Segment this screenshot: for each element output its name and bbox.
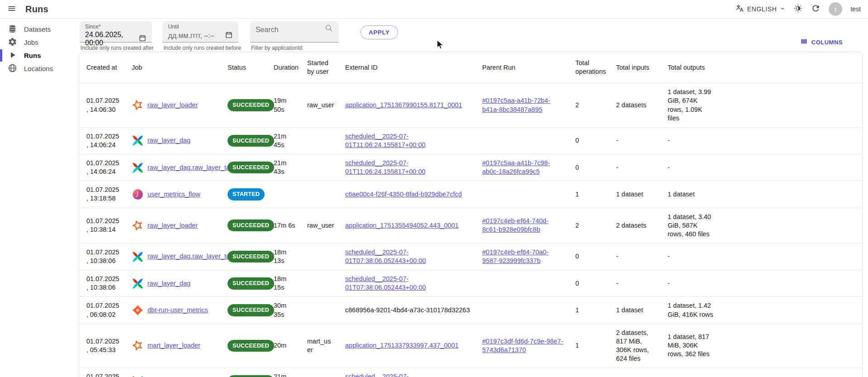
job-link[interactable]: raw_layer_dag [147,279,190,288]
username-label: test [850,5,861,13]
hamburger-menu-button[interactable] [7,4,16,14]
external-id-link[interactable]: scheduled__2025-07-01T11:06:24.155817+00… [345,159,426,175]
row-filler [718,243,862,270]
run-external-id-cell: scheduled__2025-07-01T02:45:25.997437+00… [338,368,475,377]
sidebar-item-label: Runs [24,52,41,59]
run-started-by-user [300,270,338,297]
airflow-icon [132,251,144,263]
job-link[interactable]: mart_layer_loader [147,341,200,350]
apply-button[interactable]: APPLY [360,25,398,39]
airflow-icon [132,277,144,290]
until-label: Until [168,24,233,30]
run-job-cell: user_metrics_flow [124,181,220,208]
job-link[interactable]: raw_layer_loader [147,101,198,110]
chevron-down-icon [780,5,785,13]
airflow-icon [132,375,144,377]
database-icon [8,24,17,35]
sidebar: Datasets Jobs Runs Locations [0,19,78,75]
external-id-link[interactable]: scheduled__2025-07-01T07:38:06.052443+00… [345,248,426,264]
sidebar-item-datasets[interactable]: Datasets [0,23,78,36]
sidebar-item-jobs[interactable]: Jobs [0,36,78,49]
run-created-at: 01.07.2025, 05:45:33 [79,324,124,368]
language-selector[interactable]: ENGLISH [735,4,786,14]
external-id-link[interactable]: application_1751337933997.437_0001 [345,342,459,349]
run-job-cell: mart_layer_dag [124,368,220,377]
since-date-field[interactable]: Since* 24.06.2025, 00:00 [80,21,152,43]
table-row: 01.07.2025, 10:38:06raw_layer_dagSUCCEED… [79,270,862,297]
status-badge: SUCCEEDED [228,251,274,263]
run-total-outputs: 1 dataset [660,181,718,208]
sidebar-item-runs[interactable]: Runs [0,49,78,62]
job-link[interactable]: raw_layer_dag [147,136,190,145]
search-field[interactable] [250,21,339,43]
run-status-cell: SUCCEEDED [220,368,266,377]
filter-bar: Since* 24.06.2025, 00:00 Include only ru… [78,19,868,51]
external-id-link[interactable]: application_1751367990155.8171_0001 [345,101,462,109]
job-link[interactable]: raw_layer_dag.raw_layer_task [147,252,237,261]
parent-run-link[interactable]: #0197c5aa-a41b-7c98-ab0c-18a26fca99c5 [482,159,550,175]
columns-button[interactable]: COLUMNS [797,37,845,47]
run-job-cell: dbt-run-user_metrics [124,297,220,324]
run-started-by-user [300,154,338,181]
status-badge: STARTED [228,188,265,200]
calendar-icon[interactable] [225,31,233,41]
parent-run-link[interactable]: #0197c3df-fd6d-7c9e-98e7-5743d6a71370 [482,338,563,353]
airflow-icon [132,134,144,147]
run-total-inputs: 1 dataset [609,297,660,324]
search-input[interactable] [256,26,319,34]
refresh-button[interactable] [811,4,821,14]
sidebar-item-locations[interactable]: Locations [0,62,78,75]
run-parent-run-cell: #0197c5aa-a41b-7c98-ab0c-18a26fca99c5 [475,154,568,181]
run-started-by-user [300,127,338,154]
external-id-link[interactable]: application_1751355494052.443_0001 [345,222,459,229]
header-total-operations: Total operations [568,52,609,83]
parent-run-link[interactable]: #0197c4eb-ef64-70a0-9587-923999fc337b [482,248,549,264]
airflow-icon [132,162,144,174]
run-external-id-cell: scheduled__2025-07-01T11:06:24.155817+00… [338,154,475,181]
external-id-link[interactable]: c6ae00c4-f26f-4350-8fad-b929dbe7cfcd [345,191,462,198]
run-parent-run-cell: #0197c5aa-a41b-72b4-b41a-8bc38487a895 [475,83,568,128]
external-id-link[interactable]: scheduled__2025-07-01T11:06:24.155817+00… [345,133,426,148]
header-parent-run: Parent Run [475,52,568,83]
calendar-icon[interactable] [138,34,147,44]
external-id-link[interactable]: scheduled__2025-07-01T02:45:25.997437+00… [345,373,426,377]
parent-run-link[interactable]: #0197c5aa-a41b-72b4-b41a-8bc38487a895 [482,97,550,113]
run-total-outputs: - [660,154,718,181]
status-badge: SUCCEEDED [228,375,274,377]
external-id-text: c868956a-9201-4bd4-a73c-310178d32263 [345,306,470,314]
run-total-outputs: 1 dataset, 3.99 GiB, 674K rows, 1.09K fi… [660,83,718,128]
row-filler [718,208,862,243]
run-status-cell: SUCCEEDED [220,270,266,297]
avatar[interactable]: t [829,2,842,16]
job-link[interactable]: raw_layer_dag.raw_layer_task [147,163,237,172]
run-job-cell: raw_layer_dag.raw_layer_task [124,243,220,270]
run-total-operations: 1 [568,297,609,324]
gear-icon [8,37,17,48]
run-total-inputs: - [609,127,660,154]
row-filler [718,154,862,181]
run-created-at: 01.07.2025, 06:08:02 [79,297,124,324]
job-link[interactable]: dbt-run-user_metrics [147,306,208,315]
run-status-cell: SUCCEEDED [220,154,266,181]
run-total-outputs: 1 dataset, 1.42 GiB, 416K rows [660,297,718,324]
run-total-outputs: 1 dataset, 817 MiB, 306K rows, 362 files [660,324,718,368]
until-date-field[interactable]: Until дд.мм.гггг, –:– [162,21,238,43]
run-total-operations: 0 [568,127,609,154]
header-duration: Duration [266,52,300,83]
row-filler [718,83,862,128]
language-label: ENGLISH [747,5,777,13]
runs-table-body: 01.07.2025, 14:06:30raw_layer_loaderSUCC… [79,83,862,377]
run-created-at: 01.07.2025, 14:06:24 [79,154,124,181]
run-parent-run-cell [475,127,568,154]
until-helper-text: Include only runs created before [162,45,241,51]
job-link[interactable]: user_metrics_flow [147,190,200,199]
status-badge: SUCCEEDED [228,220,274,232]
run-total-operations: 1 [568,181,609,208]
theme-toggle-button[interactable] [793,4,803,14]
runs-table: Created at Job Status Duration Started b… [79,52,862,377]
status-badge: SUCCEEDED [228,277,274,290]
job-link[interactable]: raw_layer_loader [147,221,198,230]
external-id-link[interactable]: scheduled__2025-07-01T07:38:06.052443+00… [345,275,426,291]
parent-run-link[interactable]: #0197c4eb-ef64-740d-8c61-b928e09bfc8b [482,217,549,233]
run-parent-run-cell: #0197c4eb-ef64-740d-8c61-b928e09bfc8b [475,208,568,243]
